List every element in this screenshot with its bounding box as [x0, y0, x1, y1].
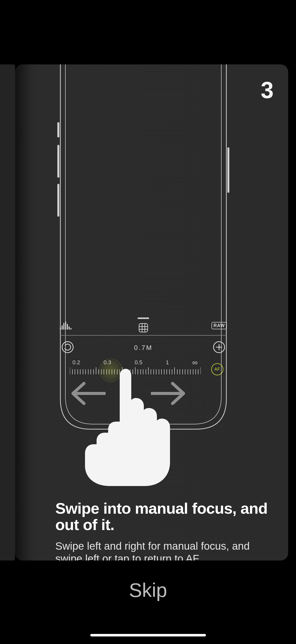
onboarding-headline: Swipe into manual focus, and out of it. — [55, 500, 277, 533]
svg-rect-2 — [57, 184, 59, 217]
ruler-tick-label: ∞ — [192, 358, 198, 367]
svg-rect-0 — [57, 122, 59, 137]
svg-rect-5 — [62, 326, 63, 330]
capture-reset-icon — [61, 341, 74, 354]
af-badge: AF — [211, 363, 223, 375]
svg-point-18 — [62, 342, 73, 353]
camera-toolbar: RAW — [60, 316, 227, 335]
svg-rect-12 — [139, 324, 148, 332]
onboarding-body: Swipe left and right for manual focus, a… — [55, 540, 262, 560]
home-indicator[interactable] — [90, 634, 206, 636]
svg-rect-9 — [69, 327, 70, 330]
raw-badge: RAW — [212, 322, 227, 329]
svg-rect-3 — [227, 147, 229, 193]
onboarding-previous-page-edge[interactable] — [0, 64, 15, 560]
histogram-icon — [60, 320, 72, 331]
step-number: 3 — [261, 77, 273, 103]
grid-icon — [139, 323, 148, 334]
focus-distance-value: 0.7M — [134, 344, 153, 352]
svg-rect-7 — [65, 321, 66, 330]
svg-rect-10 — [70, 328, 71, 330]
svg-rect-8 — [67, 324, 68, 330]
skip-button[interactable]: Skip — [0, 579, 296, 602]
hand-pointer-icon — [75, 364, 176, 487]
drawer-handle-icon — [138, 317, 149, 319]
svg-rect-17 — [60, 335, 227, 336]
plus-icon — [213, 341, 225, 354]
svg-rect-6 — [63, 323, 64, 330]
onboarding-card[interactable]: 3 — [15, 64, 288, 560]
svg-rect-4 — [60, 328, 61, 330]
focus-value-row: 0.7M — [60, 340, 227, 356]
svg-rect-1 — [57, 145, 59, 178]
svg-rect-11 — [138, 317, 149, 319]
